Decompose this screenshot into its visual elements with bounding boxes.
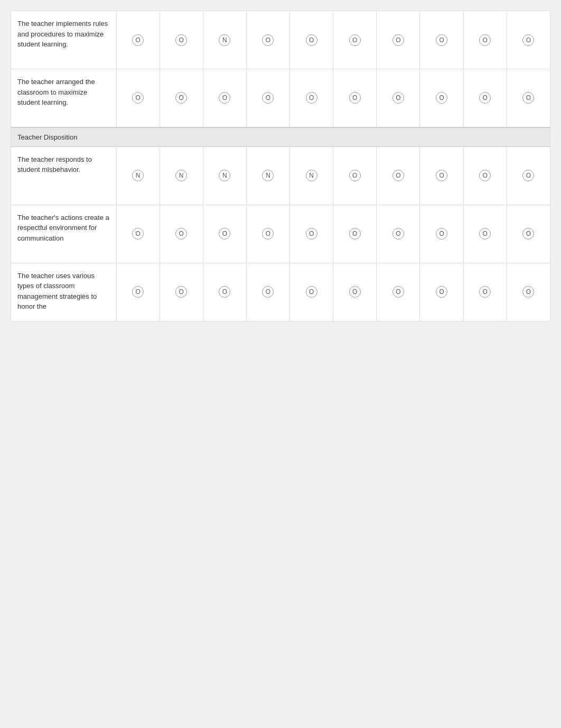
cell-row4-col8[interactable]: O	[420, 205, 463, 263]
cell-row1-col1[interactable]: O	[116, 11, 160, 69]
cell-row3-col10[interactable]: O	[507, 146, 550, 205]
radio-indicator: N	[219, 34, 230, 46]
radio-indicator: O	[219, 228, 230, 239]
radio-indicator: O	[479, 286, 491, 298]
cell-row4-col4[interactable]: O	[246, 205, 289, 263]
cell-row5-col4[interactable]: O	[246, 263, 289, 321]
radio-indicator: O	[436, 286, 447, 298]
cell-row4-col3[interactable]: O	[203, 205, 246, 263]
cell-row2-col6[interactable]: O	[333, 69, 377, 127]
cell-row5-col6[interactable]: O	[333, 263, 377, 321]
cell-row5-col5[interactable]: O	[290, 263, 333, 321]
cell-row1-col10[interactable]: O	[507, 11, 550, 69]
cell-row3-col9[interactable]: O	[463, 146, 507, 205]
cell-row3-col7[interactable]: O	[377, 146, 420, 205]
radio-indicator: O	[306, 92, 317, 104]
radio-indicator: O	[349, 228, 361, 239]
row-label-row3: The teacher responds to student misbehav…	[11, 146, 117, 205]
radio-indicator: O	[175, 34, 187, 46]
cell-row4-col9[interactable]: O	[463, 205, 507, 263]
radio-indicator: O	[306, 228, 317, 239]
cell-row5-col7[interactable]: O	[377, 263, 420, 321]
cell-row3-col6[interactable]: O	[333, 146, 377, 205]
cell-row3-col3[interactable]: N	[203, 146, 246, 205]
cell-row4-col10[interactable]: O	[507, 205, 550, 263]
cell-row4-col7[interactable]: O	[377, 205, 420, 263]
cell-row2-col4[interactable]: O	[246, 69, 289, 127]
cell-row4-col1[interactable]: O	[116, 205, 160, 263]
radio-indicator: O	[392, 170, 404, 181]
cell-row1-col2[interactable]: O	[160, 11, 203, 69]
cell-row3-col4[interactable]: N	[246, 146, 289, 205]
cell-row1-col3[interactable]: N	[203, 11, 246, 69]
radio-indicator: O	[479, 228, 491, 239]
radio-indicator: O	[132, 92, 144, 104]
radio-indicator: O	[522, 286, 534, 298]
row-label-row2: The teacher arranged the classroom to ma…	[11, 69, 117, 127]
cell-row5-col3[interactable]: O	[203, 263, 246, 321]
radio-indicator: O	[175, 228, 187, 239]
radio-indicator: O	[522, 228, 534, 239]
radio-indicator: O	[262, 228, 274, 239]
cell-row2-col2[interactable]: O	[160, 69, 203, 127]
cell-row4-col2[interactable]: O	[160, 205, 203, 263]
radio-indicator: O	[392, 34, 404, 46]
radio-indicator: O	[479, 92, 491, 104]
radio-indicator: O	[522, 92, 534, 104]
cell-row1-col6[interactable]: O	[333, 11, 377, 69]
radio-indicator: O	[175, 286, 187, 298]
cell-row5-col2[interactable]: O	[160, 263, 203, 321]
cell-row1-col5[interactable]: O	[290, 11, 333, 69]
row-label-row5: The teacher uses various types of classr…	[11, 263, 117, 321]
cell-row1-col7[interactable]: O	[377, 11, 420, 69]
cell-row2-col5[interactable]: O	[290, 69, 333, 127]
cell-row4-col5[interactable]: O	[290, 205, 333, 263]
cell-row3-col1[interactable]: N	[116, 146, 160, 205]
main-table: The teacher implements rules and procedu…	[11, 11, 550, 321]
radio-indicator: O	[306, 286, 317, 298]
cell-row4-col6[interactable]: O	[333, 205, 377, 263]
radio-indicator: O	[392, 228, 404, 239]
cell-row1-col9[interactable]: O	[463, 11, 507, 69]
cell-row3-col5[interactable]: N	[290, 146, 333, 205]
section-header-section1: Teacher Disposition	[11, 127, 550, 147]
cell-row3-col8[interactable]: O	[420, 146, 463, 205]
radio-indicator: O	[349, 286, 361, 298]
cell-row2-col8[interactable]: O	[420, 69, 463, 127]
cell-row2-col10[interactable]: O	[507, 69, 550, 127]
radio-indicator: O	[132, 228, 144, 239]
radio-indicator: O	[349, 34, 361, 46]
radio-indicator: O	[262, 34, 274, 46]
radio-indicator: O	[479, 34, 491, 46]
row-label-row4: The teacher's actions create a respectfu…	[11, 205, 117, 263]
radio-indicator: O	[219, 92, 230, 104]
page-container: The teacher implements rules and procedu…	[11, 11, 550, 321]
radio-indicator: O	[132, 34, 144, 46]
cell-row2-col1[interactable]: O	[116, 69, 160, 127]
radio-indicator: O	[436, 228, 447, 239]
radio-indicator: O	[175, 92, 187, 104]
cell-row5-col10[interactable]: O	[507, 263, 550, 321]
cell-row1-col8[interactable]: O	[420, 11, 463, 69]
radio-indicator: O	[306, 34, 317, 46]
radio-indicator: O	[479, 170, 491, 181]
row-label-row1: The teacher implements rules and procedu…	[11, 11, 117, 69]
radio-indicator: O	[436, 34, 447, 46]
radio-indicator: O	[349, 92, 361, 104]
cell-row2-col3[interactable]: O	[203, 69, 246, 127]
radio-indicator: O	[522, 34, 534, 46]
cell-row3-col2[interactable]: N	[160, 146, 203, 205]
radio-indicator: N	[132, 170, 144, 181]
radio-indicator: O	[436, 92, 447, 104]
radio-indicator: O	[349, 170, 361, 181]
radio-indicator: O	[522, 170, 534, 181]
radio-indicator: O	[392, 286, 404, 298]
cell-row2-col7[interactable]: O	[377, 69, 420, 127]
cell-row5-col8[interactable]: O	[420, 263, 463, 321]
cell-row5-col9[interactable]: O	[463, 263, 507, 321]
cell-row5-col1[interactable]: O	[116, 263, 160, 321]
cell-row1-col4[interactable]: O	[246, 11, 289, 69]
cell-row2-col9[interactable]: O	[463, 69, 507, 127]
radio-indicator: O	[262, 286, 274, 298]
radio-indicator: N	[306, 170, 317, 181]
